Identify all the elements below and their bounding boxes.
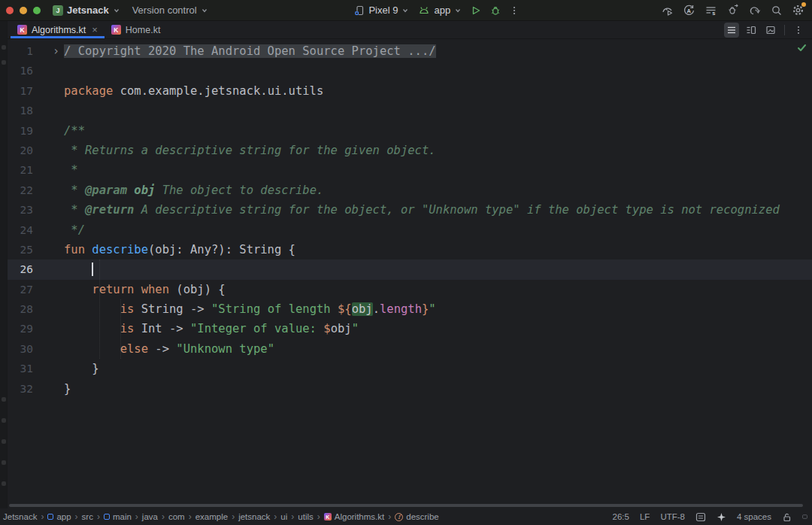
attach-debugger-button[interactable] (726, 4, 739, 17)
code-line[interactable]: 16 (8, 61, 812, 80)
caret-position-widget[interactable]: 26:5 (613, 512, 629, 521)
vcs-widget[interactable]: Version control (128, 2, 213, 18)
notification-badge (801, 2, 806, 7)
code-line[interactable]: 25fun describe(obj: Any?): String { (8, 240, 812, 259)
device-selector[interactable]: Pixel 9 (350, 2, 414, 18)
maximize-window-button[interactable] (33, 7, 41, 14)
tab-options-button[interactable] (791, 23, 806, 38)
tool-window-stripe[interactable] (0, 21, 8, 508)
fold-gutter (35, 280, 64, 299)
reader-mode-button[interactable] (695, 512, 706, 522)
run-configuration-selector[interactable]: app (414, 2, 466, 18)
more-run-actions-button[interactable] (505, 3, 523, 18)
code-editor[interactable]: 1›/ Copyright 2020 The Android Open Sour… (8, 39, 812, 508)
code-line[interactable]: 19/** (8, 121, 812, 141)
fold-arrow-icon[interactable]: › (35, 41, 64, 61)
code-line[interactable]: 17package com.example.jetsnack.ui.utils (8, 81, 812, 101)
code-line[interactable]: 30 else -> "Unknown type" (8, 339, 812, 359)
breadcrumb-item-utils[interactable]: utils (298, 512, 313, 521)
minimize-window-button[interactable] (20, 7, 27, 14)
view-code-button[interactable] (724, 23, 739, 38)
android-icon (418, 5, 430, 15)
close-tab-icon[interactable]: × (92, 24, 98, 35)
debug-button[interactable] (486, 2, 505, 19)
breadcrumb-item-app[interactable]: app (47, 512, 71, 521)
code-line[interactable]: 24 */ (8, 220, 812, 240)
view-design-button[interactable] (763, 23, 778, 38)
file-lock-button[interactable] (782, 512, 792, 522)
code-line[interactable]: 23 * @return A descriptive string for th… (8, 200, 812, 220)
ide-window: J Jetsnack Version control Pixel 9 app (0, 0, 812, 525)
code-line[interactable]: 32} (8, 379, 812, 399)
code-line[interactable]: 27 return when (obj) { (8, 280, 812, 299)
stripe-icon[interactable] (2, 397, 6, 402)
line-number[interactable]: 28 (8, 299, 35, 319)
line-number[interactable]: 16 (8, 61, 35, 80)
code-line[interactable]: 28 is String -> "String of length ${obj.… (8, 299, 812, 319)
ai-assistant-button[interactable] (717, 512, 726, 522)
project-widget[interactable]: J Jetsnack (48, 2, 125, 18)
apply-changes-button[interactable]: A (683, 4, 695, 17)
kebab-menu-icon (793, 25, 804, 35)
search-everywhere-button[interactable] (771, 5, 783, 17)
line-number[interactable]: 18 (8, 101, 35, 120)
line-separator-widget[interactable]: LF (640, 512, 650, 521)
tab-label: Home.kt (126, 25, 161, 35)
line-number[interactable]: 32 (8, 379, 35, 399)
inspections-ok-icon[interactable] (797, 44, 807, 52)
line-number[interactable]: 21 (8, 160, 35, 180)
breadcrumb-item-jetsnack[interactable]: jetsnack (238, 512, 270, 521)
line-number[interactable]: 23 (8, 200, 35, 220)
file-encoding-widget[interactable]: UTF-8 (660, 512, 685, 521)
code-line[interactable]: 1›/ Copyright 2020 The Android Open Sour… (8, 41, 812, 61)
code-line[interactable]: 20 * Returns a descriptive string for th… (8, 141, 812, 160)
breadcrumb-item-algorithms-kt[interactable]: KAlgorithms.kt (324, 512, 384, 521)
run-button[interactable] (466, 2, 486, 19)
tab-home-kt[interactable]: KHome.kt (105, 21, 168, 38)
code-text: return when (obj) { (64, 280, 812, 299)
breadcrumb-separator: › (189, 511, 192, 522)
line-number[interactable]: 24 (8, 220, 35, 240)
indent-style-widget[interactable]: 4 spaces (737, 512, 771, 521)
breadcrumb-item-ui[interactable]: ui (280, 512, 287, 521)
breadcrumb-item-java[interactable]: java (142, 512, 158, 521)
code-line[interactable]: 31 } (8, 359, 812, 378)
tab-algorithms-kt[interactable]: KAlgorithms.kt× (11, 21, 105, 38)
code-line[interactable]: 21 * (8, 160, 812, 180)
logcat-button[interactable]: s (704, 4, 717, 17)
code-line[interactable]: 29 is Int -> "Integer of value: $obj" (8, 319, 812, 338)
line-number[interactable]: 22 (8, 181, 35, 200)
horizontal-scrollbar[interactable] (9, 504, 803, 507)
stripe-icon[interactable] (2, 481, 6, 486)
line-number[interactable]: 29 (8, 319, 35, 338)
stripe-icon[interactable] (2, 60, 6, 65)
breadcrumb-item-src[interactable]: src (82, 512, 93, 521)
line-number[interactable]: 19 (8, 121, 35, 141)
breadcrumb-item-jetsnack[interactable]: Jetsnack (3, 512, 37, 521)
stripe-icon[interactable] (2, 45, 6, 50)
stripe-icon[interactable] (2, 460, 6, 465)
view-split-button[interactable] (744, 23, 759, 38)
stripe-icon[interactable] (2, 439, 6, 444)
line-number[interactable]: 26 (8, 259, 35, 279)
line-number[interactable]: 17 (8, 81, 35, 101)
profile-app-button[interactable] (661, 4, 674, 17)
gradle-sync-button[interactable] (748, 4, 762, 17)
tab-label: Algorithms.kt (32, 25, 86, 35)
stripe-icon[interactable] (2, 418, 6, 423)
line-number[interactable]: 1 (8, 41, 35, 61)
code-line[interactable]: 22 * @param obj The object to describe. (8, 181, 812, 200)
code-line[interactable]: 18 (8, 101, 812, 120)
line-number[interactable]: 27 (8, 280, 35, 299)
line-number[interactable]: 25 (8, 240, 35, 259)
breadcrumb-item-main[interactable]: main (104, 512, 132, 521)
breadcrumb-item-com[interactable]: com (168, 512, 185, 521)
line-number[interactable]: 30 (8, 339, 35, 359)
line-number[interactable]: 20 (8, 141, 35, 160)
close-window-button[interactable] (6, 7, 14, 14)
settings-button[interactable] (792, 4, 804, 17)
line-number[interactable]: 31 (8, 359, 35, 378)
code-line[interactable]: 26 (8, 259, 812, 279)
breadcrumb-item-example[interactable]: example (195, 512, 228, 521)
breadcrumb-item-describe[interactable]: fdescribe (395, 512, 438, 521)
